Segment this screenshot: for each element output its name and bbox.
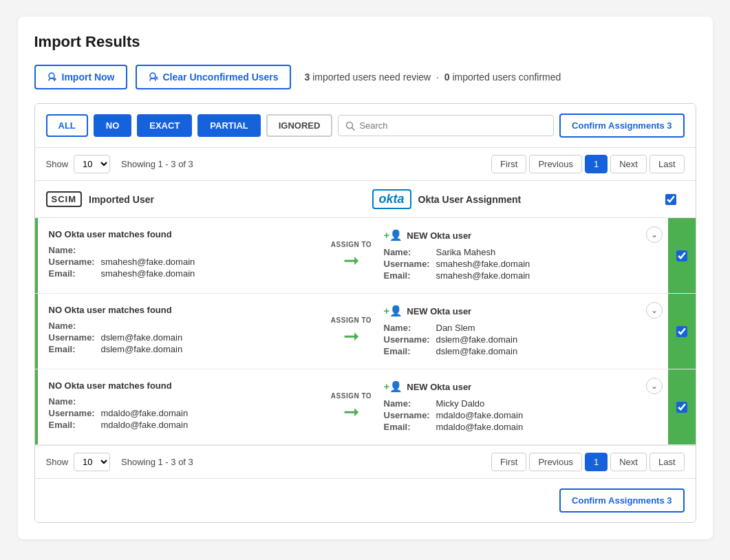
new-okta-text: NEW Okta user	[407, 382, 471, 392]
show-label-top: Show	[46, 159, 69, 169]
field-value: mdaldo@fake.domain	[101, 420, 189, 430]
show-label-bottom: Show	[46, 457, 69, 467]
checkbox-col	[668, 218, 696, 293]
field-row: Username:dslem@fake.domain	[49, 332, 316, 343]
confirm-assignments-top-button[interactable]: Confirm Assignments 3	[559, 114, 684, 138]
show-select-top[interactable]: 10 25 50	[74, 155, 110, 173]
first-btn-top[interactable]: First	[491, 155, 526, 173]
field-label: Username:	[384, 410, 433, 420]
field-value: dslem@fake.domain	[101, 344, 183, 354]
arrow-right-icon: ➞	[343, 402, 359, 422]
new-okta-text: NEW Okta user	[407, 230, 471, 241]
import-now-label: Import Now	[62, 72, 115, 83]
table-row: NO Okta user matches foundName:Username:…	[35, 369, 696, 445]
last-btn-top[interactable]: Last	[650, 155, 685, 173]
field-label: Name:	[49, 321, 98, 331]
clear-btn-label: Clear Unconfirmed Users	[163, 72, 279, 83]
filter-ignored-button[interactable]: IGNORED	[266, 114, 333, 137]
field-label: Email:	[384, 270, 433, 281]
no-match-label: NO Okta user matches found	[49, 380, 316, 391]
confirm-assignments-bottom-button[interactable]: Confirm Assignments 3	[559, 488, 684, 513]
chevron-down-button[interactable]: ⌄	[646, 302, 663, 319]
field-value: smahesh@fake.domain	[101, 268, 195, 279]
first-btn-bottom[interactable]: First	[491, 453, 526, 471]
page-container: Import Results Import Now Clear Unconfir…	[18, 17, 713, 539]
status-text: 3 imported users need review · 0 importe…	[305, 72, 561, 83]
new-user-plus-icon: +👤	[384, 229, 403, 241]
filter-no-button[interactable]: NO	[94, 114, 132, 137]
clear-unconfirmed-button[interactable]: Clear Unconfirmed Users	[136, 65, 291, 89]
field-label: Email:	[49, 420, 98, 430]
previous-btn-top[interactable]: Previous	[529, 155, 582, 173]
field-value: mdaldo@fake.domain	[101, 408, 189, 418]
chevron-down-button[interactable]: ⌄	[646, 226, 663, 243]
confirmed-label: imported users confirmed	[452, 72, 561, 83]
field-row: Email:mdaldo@fake.domain	[384, 422, 646, 432]
main-card: ALL NO EXACT PARTIAL IGNORED Confirm Ass…	[34, 103, 696, 523]
needs-review-label: imported users need review	[312, 72, 431, 83]
field-label: Username:	[384, 334, 433, 345]
field-row: Username:smahesh@fake.domain	[384, 259, 646, 269]
chevron-down-button[interactable]: ⌄	[646, 378, 663, 394]
previous-btn-bottom[interactable]: Previous	[529, 453, 582, 471]
next-btn-top[interactable]: Next	[610, 155, 647, 173]
field-row: Name:Dan Slem	[384, 323, 646, 333]
filter-bar: ALL NO EXACT PARTIAL IGNORED Confirm Ass…	[35, 104, 696, 148]
field-label: Name:	[49, 396, 98, 407]
row-checkbox[interactable]	[676, 250, 687, 261]
select-all-checkbox[interactable]	[665, 194, 676, 205]
import-now-button[interactable]: Import Now	[34, 65, 127, 89]
field-row: Username:mdaldo@fake.domain	[384, 410, 646, 420]
field-label: Name:	[49, 245, 98, 255]
page-1-btn-bottom[interactable]: 1	[585, 453, 608, 471]
field-label: Email:	[49, 344, 98, 354]
arrow-right-icon: ➞	[343, 251, 359, 270]
svg-point-1	[150, 73, 155, 78]
field-label: Username:	[49, 332, 98, 343]
search-icon	[345, 121, 355, 131]
pagination-bar-bottom: Show 10 25 50 Showing 1 - 3 of 3 First P…	[35, 445, 696, 478]
field-label: Username:	[49, 257, 98, 267]
field-value: mdaldo@fake.domain	[436, 410, 524, 420]
imported-user-cell: NO Okta user matches foundName:Username:…	[35, 369, 328, 444]
field-value: smahesh@fake.domain	[436, 270, 530, 281]
row-checkbox[interactable]	[676, 326, 687, 337]
import-icon	[47, 72, 58, 83]
okta-user-cell: +👤NEW Okta userName:Dan SlemUsername:dsl…	[376, 294, 668, 369]
okta-user-assignment-header: Okta User Assignment	[418, 194, 522, 205]
new-user-plus-icon: +👤	[384, 380, 403, 393]
page-1-btn-top[interactable]: 1	[585, 155, 608, 173]
field-row: Username:mdaldo@fake.domain	[49, 408, 316, 418]
chevron-down-icon: ⌄	[651, 381, 658, 391]
clear-user-icon	[148, 72, 159, 83]
row-checkbox[interactable]	[676, 402, 687, 413]
okta-logo-text: okta	[379, 192, 405, 206]
search-input[interactable]	[359, 120, 546, 131]
field-value: mdaldo@fake.domain	[436, 422, 524, 432]
assign-to-col: ASSIGN TO➞	[328, 369, 376, 444]
pagination-btns-top: First Previous 1 Next Last	[491, 155, 684, 173]
field-row: Name:Sarika Mahesh	[384, 247, 646, 257]
svg-point-0	[49, 73, 54, 78]
assign-label: ASSIGN TO	[331, 392, 372, 400]
scim-logo: SCIM	[46, 191, 83, 207]
confirm-bottom-bar: Confirm Assignments 3	[35, 478, 696, 522]
next-btn-bottom[interactable]: Next	[610, 453, 647, 471]
field-value: dslem@fake.domain	[101, 332, 183, 343]
show-control-bottom: Show 10 25 50 Showing 1 - 3 of 3	[46, 453, 193, 471]
last-btn-bottom[interactable]: Last	[650, 453, 685, 471]
okta-logo: okta	[372, 189, 411, 209]
svg-line-3	[352, 127, 355, 130]
field-row: Username:smahesh@fake.domain	[49, 257, 316, 267]
imported-user-cell: NO Okta user matches foundName:Username:…	[35, 294, 328, 369]
checkbox-col	[668, 369, 696, 444]
field-value: dslem@fake.domain	[436, 346, 518, 356]
imported-user-header: Imported User	[89, 194, 154, 205]
show-select-bottom[interactable]: 10 25 50	[74, 453, 110, 471]
filter-partial-button[interactable]: PARTIAL	[197, 114, 260, 137]
okta-header-cell: okta Okta User Assignment	[372, 189, 657, 209]
filter-all-button[interactable]: ALL	[46, 114, 88, 137]
filter-exact-button[interactable]: EXACT	[137, 114, 192, 137]
dot: ·	[436, 72, 439, 83]
field-label: Email:	[384, 422, 433, 432]
